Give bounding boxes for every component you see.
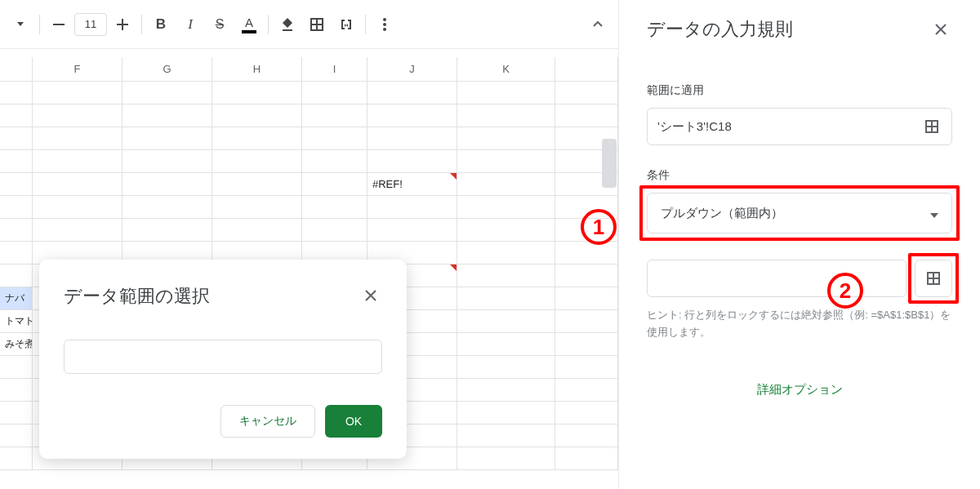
error-indicator-icon bbox=[450, 265, 457, 271]
dialog-close-button[interactable] bbox=[359, 284, 382, 307]
cancel-button[interactable]: キャンセル bbox=[220, 405, 315, 438]
chevron-down-icon bbox=[930, 207, 938, 220]
cell[interactable]: トマト bbox=[0, 310, 33, 332]
hint-text: ヒント: 行と列をロックするには絶対参照（例: =$A$1:$B$1）を使用しま… bbox=[647, 307, 952, 341]
toolbar-dropdown[interactable] bbox=[7, 11, 34, 38]
dialog-title: データ範囲の選択 bbox=[64, 284, 382, 309]
range-label: 範囲に適用 bbox=[647, 83, 952, 98]
condition-select[interactable]: プルダウン（範囲内） bbox=[647, 193, 952, 233]
cell-error[interactable]: #REF! bbox=[368, 173, 457, 195]
column-header[interactable]: H bbox=[212, 57, 302, 81]
collapse-toolbar-button[interactable] bbox=[584, 11, 612, 38]
column-headers: F G H I J K bbox=[0, 57, 618, 82]
separator bbox=[39, 15, 40, 34]
font-size-input[interactable]: 11 bbox=[74, 13, 107, 36]
svg-point-5 bbox=[383, 28, 386, 31]
cell[interactable]: みそ煮 bbox=[0, 333, 33, 355]
font-size-decrease[interactable] bbox=[45, 11, 73, 38]
bold-button[interactable]: B bbox=[147, 11, 175, 38]
range-select-dialog: データ範囲の選択 キャンセル OK bbox=[39, 260, 407, 459]
borders-button[interactable] bbox=[303, 11, 331, 38]
panel-close-button[interactable] bbox=[929, 18, 952, 41]
column-header[interactable]: K bbox=[457, 57, 555, 81]
cell-selected[interactable]: ナバ bbox=[0, 287, 33, 309]
ok-button[interactable]: OK bbox=[325, 405, 382, 438]
condition-label: 条件 bbox=[647, 168, 952, 183]
strikethrough-button[interactable]: S bbox=[206, 11, 234, 38]
merge-cells-button[interactable] bbox=[332, 11, 360, 38]
vertical-scrollbar[interactable] bbox=[602, 139, 617, 188]
italic-button[interactable]: I bbox=[176, 11, 204, 38]
toolbar: 11 B I S A bbox=[0, 0, 618, 49]
panel-title: データの入力規則 bbox=[647, 17, 793, 42]
column-header[interactable]: I bbox=[302, 57, 368, 81]
font-size-increase[interactable] bbox=[109, 11, 136, 38]
column-header[interactable]: G bbox=[122, 57, 212, 81]
data-validation-panel: データの入力規則 範囲に適用 条件 プルダウン（範囲内） ヒント: 行と列をロッ… bbox=[618, 0, 980, 489]
separator bbox=[268, 15, 269, 34]
column-header[interactable]: F bbox=[33, 57, 122, 81]
more-button[interactable] bbox=[371, 11, 399, 38]
separator bbox=[141, 15, 142, 34]
condition-value: プルダウン（範囲内） bbox=[661, 206, 783, 221]
separator bbox=[365, 15, 366, 34]
apply-range-field[interactable] bbox=[647, 108, 952, 145]
apply-range-input[interactable] bbox=[657, 120, 922, 134]
range-input[interactable] bbox=[64, 340, 382, 374]
svg-rect-0 bbox=[53, 24, 65, 25]
text-color-button[interactable]: A bbox=[235, 11, 263, 38]
column-header[interactable] bbox=[555, 57, 618, 81]
select-range-icon[interactable] bbox=[922, 117, 942, 136]
condition-range-input[interactable] bbox=[647, 260, 906, 297]
svg-point-3 bbox=[383, 18, 386, 21]
svg-point-4 bbox=[383, 23, 386, 26]
advanced-options-link[interactable]: 詳細オプション bbox=[647, 382, 952, 398]
select-data-range-button[interactable] bbox=[915, 260, 952, 297]
error-indicator-icon bbox=[450, 173, 457, 180]
fill-color-button[interactable] bbox=[274, 11, 301, 38]
column-header[interactable]: J bbox=[368, 57, 457, 81]
column-header[interactable] bbox=[0, 57, 33, 81]
svg-rect-2 bbox=[117, 24, 128, 25]
